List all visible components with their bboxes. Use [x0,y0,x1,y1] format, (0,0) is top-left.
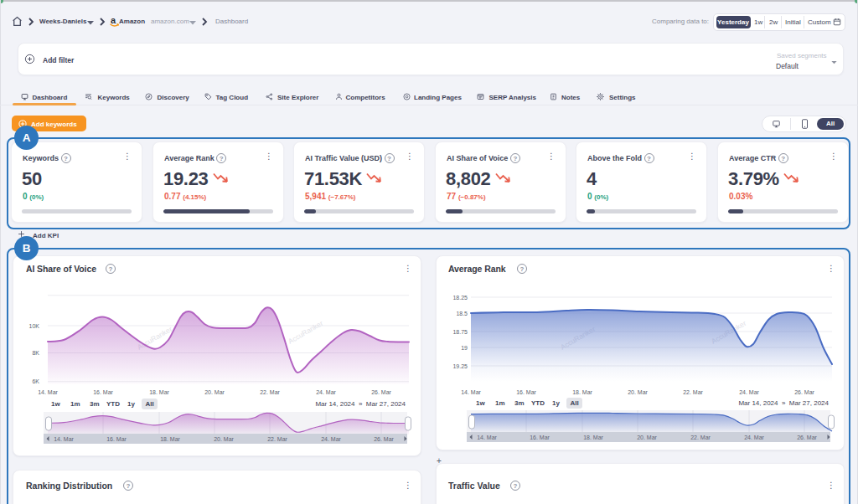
svg-text:18.25: 18.25 [452,295,468,301]
svg-text:24. Mar: 24. Mar [316,389,336,395]
svg-text:26. Mar: 26. Mar [371,389,391,395]
svg-text:24. Mar: 24. Mar [321,436,341,442]
svg-text:26. Mar: 26. Mar [374,436,394,442]
svg-text:14. Mar: 14. Mar [461,389,481,395]
svg-text:18. Mar: 18. Mar [572,389,592,395]
svg-text:18.5: 18.5 [456,311,468,316]
svg-text:16. Mar: 16. Mar [530,435,550,440]
svg-text:18. Mar: 18. Mar [160,436,180,442]
svg-text:26. Mar: 26. Mar [794,389,814,395]
svg-text:16. Mar: 16. Mar [106,436,127,442]
svg-text:AccuRanker: AccuRanker [287,319,324,346]
svg-text:20. Mar: 20. Mar [628,389,648,395]
svg-text:22. Mar: 22. Mar [267,436,287,442]
svg-text:16. Mar: 16. Mar [93,389,113,395]
svg-text:14. Mar: 14. Mar [38,389,58,395]
svg-text:18.75: 18.75 [452,329,468,335]
svg-text:24. Mar: 24. Mar [739,389,759,395]
svg-text:6K: 6K [32,378,39,384]
svg-text:19: 19 [461,345,468,351]
svg-text:19.25: 19.25 [452,363,468,369]
svg-text:14. Mar: 14. Mar [477,435,497,440]
svg-text:26. Mar: 26. Mar [797,435,817,440]
svg-text:22. Mar: 22. Mar [683,389,703,395]
svg-text:18. Mar: 18. Mar [149,389,169,395]
svg-text:22. Mar: 22. Mar [260,389,280,395]
svg-text:20. Mar: 20. Mar [637,435,657,440]
svg-text:20. Mar: 20. Mar [204,389,225,395]
svg-text:16. Mar: 16. Mar [516,389,536,395]
svg-text:22. Mar: 22. Mar [690,435,711,440]
svg-text:24. Mar: 24. Mar [744,435,764,440]
svg-text:8K: 8K [32,350,39,356]
svg-text:20. Mar: 20. Mar [214,436,234,442]
svg-text:18. Mar: 18. Mar [583,435,603,440]
svg-text:10K: 10K [29,323,40,329]
svg-text:14. Mar: 14. Mar [54,436,74,442]
